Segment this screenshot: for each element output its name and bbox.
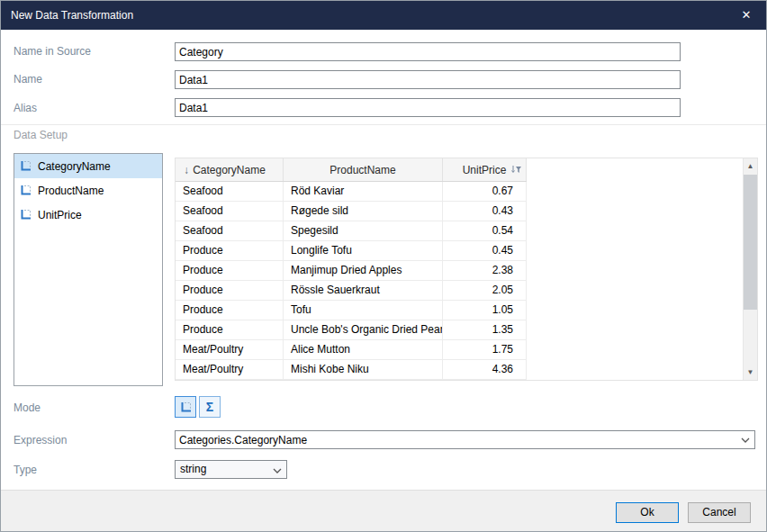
table-row[interactable]: Meat/Poultry Alice Mutton 1.75 <box>176 340 527 360</box>
list-item-unitprice[interactable]: UnitPrice <box>14 203 162 227</box>
column-header-categoryname[interactable]: ↓ CategoryName <box>176 158 284 181</box>
transform-field-icon <box>19 208 32 221</box>
title-bar: New Data Transformation ✕ <box>1 1 766 30</box>
list-item-label: ProductName <box>38 185 104 197</box>
scroll-up-icon[interactable]: ▲ <box>744 158 757 174</box>
cell-product[interactable]: Longlife Tofu <box>284 241 443 260</box>
mode-transform-button[interactable] <box>175 396 196 418</box>
data-setup-section-label: Data Setup <box>14 129 68 141</box>
type-label: Type <box>14 464 37 476</box>
cell-unitprice[interactable]: 0.43 <box>443 202 527 221</box>
cell-category[interactable]: Seafood <box>176 202 284 221</box>
name-input[interactable] <box>175 70 681 89</box>
cell-product[interactable]: Tofu <box>284 301 443 320</box>
expression-label: Expression <box>14 434 67 446</box>
column-header-unitprice[interactable]: UnitPrice <box>443 158 527 181</box>
dialog-new-data-transformation: New Data Transformation ✕ Name in Source… <box>0 0 767 532</box>
cell-category[interactable]: Meat/Poultry <box>176 340 284 359</box>
list-item-productname[interactable]: ProductName <box>14 178 162 203</box>
name-label: Name <box>14 73 42 86</box>
list-item-categoryname[interactable]: CategoryName <box>14 154 162 178</box>
cell-category[interactable]: Produce <box>176 301 284 320</box>
cell-product[interactable]: Alice Mutton <box>284 340 443 359</box>
table-row[interactable]: Produce Uncle Bob's Organic Dried Pears … <box>176 320 527 340</box>
field-listbox: CategoryName ProductName UnitPrice <box>14 153 163 386</box>
cancel-button[interactable]: Cancel <box>688 502 751 523</box>
name-in-source-label: Name in Source <box>14 45 91 58</box>
cell-product[interactable]: Røgede sild <box>284 202 443 221</box>
dialog-title: New Data Transformation <box>11 1 133 30</box>
transform-field-icon <box>19 159 32 173</box>
cell-category[interactable]: Produce <box>176 261 284 280</box>
expression-input[interactable] <box>175 430 755 449</box>
ok-button[interactable]: Ok <box>616 502 679 523</box>
preview-grid: ↓ CategoryName ProductName UnitPrice Sea… <box>175 158 758 381</box>
vertical-scrollbar[interactable]: ▲ ▼ <box>743 158 757 380</box>
table-row[interactable]: Seafood Spegesild 0.54 <box>176 221 527 241</box>
table-row[interactable]: Produce Longlife Tofu 0.45 <box>176 241 527 261</box>
cell-unitprice[interactable]: 1.75 <box>443 340 527 359</box>
cell-category[interactable]: Seafood <box>176 221 284 240</box>
column-header-label: UnitPrice <box>463 164 507 176</box>
table-row[interactable]: Seafood Røgede sild 0.43 <box>176 202 527 221</box>
cell-product[interactable]: Manjimup Dried Apples <box>284 261 443 280</box>
table-row[interactable]: Produce Rössle Sauerkraut 2.05 <box>176 281 527 301</box>
cell-category[interactable]: Meat/Poultry <box>176 360 284 379</box>
sort-ascending-icon: ↓ <box>184 158 189 182</box>
type-dropdown[interactable]: string <box>175 460 287 479</box>
cell-unitprice[interactable]: 1.05 <box>443 301 527 320</box>
cell-category[interactable]: Produce <box>176 281 284 300</box>
cell-unitprice[interactable]: 4.36 <box>443 360 527 379</box>
list-item-label: UnitPrice <box>38 209 82 221</box>
cell-unitprice[interactable]: 0.67 <box>443 182 527 201</box>
cell-unitprice[interactable]: 2.38 <box>443 261 527 280</box>
close-icon[interactable]: ✕ <box>726 1 766 30</box>
separator <box>1 124 767 125</box>
cell-product[interactable]: Röd Kaviar <box>284 182 443 201</box>
cell-category[interactable]: Seafood <box>176 182 284 201</box>
cell-unitprice[interactable]: 2.05 <box>443 281 527 300</box>
cell-product[interactable]: Spegesild <box>284 221 443 240</box>
cell-unitprice[interactable]: 0.45 <box>443 241 527 260</box>
grid-header: ↓ CategoryName ProductName UnitPrice <box>176 158 527 182</box>
cell-product[interactable]: Uncle Bob's Organic Dried Pears <box>284 320 443 339</box>
transform-field-icon <box>19 184 32 197</box>
sort-filter-icon[interactable] <box>511 166 522 175</box>
scrollbar-thumb[interactable] <box>744 175 757 310</box>
cell-category[interactable]: Produce <box>176 241 284 260</box>
table-row[interactable]: Produce Manjimup Dried Apples 2.38 <box>176 261 527 281</box>
table-row[interactable]: Meat/Poultry Mishi Kobe Niku 4.36 <box>176 360 527 380</box>
column-header-label: CategoryName <box>193 164 266 176</box>
type-selected-value: string <box>180 461 206 478</box>
alias-input[interactable] <box>175 98 681 117</box>
table-row[interactable]: Seafood Röd Kaviar 0.67 <box>176 182 527 202</box>
cell-product[interactable]: Rössle Sauerkraut <box>284 281 443 300</box>
column-header-label: ProductName <box>329 164 395 176</box>
cell-category[interactable]: Produce <box>176 320 284 339</box>
transform-mode-icon <box>179 401 193 414</box>
mode-aggregate-button[interactable]: Σ <box>199 396 221 418</box>
chevron-down-icon <box>273 468 282 473</box>
alias-label: Alias <box>14 102 37 114</box>
sigma-icon: Σ <box>206 400 213 414</box>
cell-unitprice[interactable]: 0.54 <box>443 221 527 240</box>
table-row[interactable]: Produce Tofu 1.05 <box>176 301 527 320</box>
column-header-productname[interactable]: ProductName <box>284 158 443 181</box>
mode-label: Mode <box>14 401 41 414</box>
list-item-label: CategoryName <box>38 160 111 173</box>
cell-unitprice[interactable]: 1.35 <box>443 320 527 339</box>
chevron-down-icon[interactable] <box>741 437 750 443</box>
name-in-source-input[interactable] <box>175 42 681 61</box>
scroll-down-icon[interactable]: ▼ <box>744 365 757 380</box>
cell-product[interactable]: Mishi Kobe Niku <box>284 360 443 379</box>
